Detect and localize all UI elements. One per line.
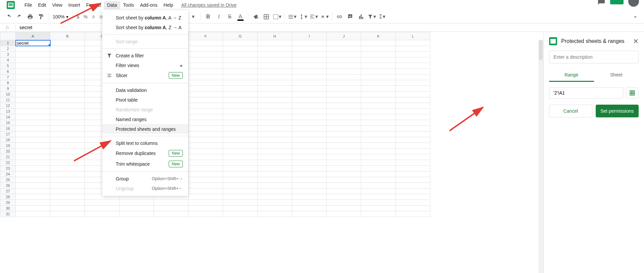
cell[interactable] — [292, 131, 327, 137]
cell[interactable] — [50, 69, 85, 74]
cell[interactable] — [16, 46, 50, 52]
cell[interactable] — [16, 171, 50, 177]
cell[interactable] — [258, 211, 292, 217]
menu-pivot-table[interactable]: Pivot table — [102, 95, 188, 105]
cell[interactable] — [361, 200, 396, 206]
cell[interactable] — [396, 131, 430, 137]
cell[interactable] — [50, 97, 85, 103]
cell[interactable] — [258, 177, 292, 183]
cell[interactable] — [361, 131, 396, 137]
user-avatar[interactable] — [628, 0, 639, 7]
cell[interactable] — [85, 211, 119, 217]
cell[interactable] — [223, 120, 258, 126]
cell[interactable] — [361, 183, 396, 188]
cell[interactable] — [16, 206, 50, 211]
row-header[interactable]: 10 — [0, 92, 16, 97]
cell[interactable] — [396, 194, 430, 200]
cell[interactable] — [50, 120, 85, 126]
cell[interactable] — [361, 103, 396, 109]
cell[interactable] — [258, 80, 292, 86]
cell[interactable] — [327, 188, 361, 194]
cell[interactable] — [327, 92, 361, 97]
cell[interactable] — [223, 52, 258, 57]
range-input[interactable] — [549, 87, 623, 99]
cell[interactable] — [50, 131, 85, 137]
cell[interactable] — [258, 92, 292, 97]
cell[interactable] — [223, 188, 258, 194]
borders-button[interactable] — [262, 12, 271, 21]
bold-button[interactable]: B — [204, 12, 213, 21]
cell[interactable] — [189, 74, 223, 80]
cell[interactable] — [292, 97, 327, 103]
cell[interactable] — [396, 120, 430, 126]
row-header[interactable]: 16 — [0, 126, 16, 131]
row-header[interactable]: 9 — [0, 86, 16, 92]
more-formats-dropdown[interactable]: ▾ — [189, 12, 198, 21]
strikethrough-button[interactable]: S — [225, 12, 234, 21]
tab-sheet[interactable]: Sheet — [594, 69, 639, 82]
cell[interactable] — [189, 149, 223, 154]
cell[interactable] — [258, 206, 292, 211]
cell[interactable] — [292, 177, 327, 183]
horizontal-align-button[interactable]: ▾ — [287, 12, 297, 21]
cell[interactable] — [258, 63, 292, 69]
cell[interactable] — [223, 211, 258, 217]
cell[interactable] — [396, 183, 430, 188]
cell[interactable] — [50, 200, 85, 206]
row-header[interactable]: 15 — [0, 120, 16, 126]
cell[interactable] — [189, 166, 223, 171]
cell[interactable] — [16, 143, 50, 149]
cell[interactable] — [223, 109, 258, 114]
cell[interactable] — [50, 114, 85, 120]
column-header[interactable]: G — [223, 32, 258, 40]
set-permissions-button[interactable]: Set permissions — [596, 105, 639, 117]
cell[interactable] — [327, 97, 361, 103]
cell[interactable] — [361, 154, 396, 160]
cell[interactable] — [223, 200, 258, 206]
cell[interactable] — [396, 109, 430, 114]
format-percent-button[interactable]: % — [82, 14, 89, 19]
vertical-scrollbar[interactable] — [538, 40, 543, 273]
text-rotate-button[interactable]: ▾ — [320, 12, 329, 21]
cell[interactable] — [396, 46, 430, 52]
cell[interactable] — [223, 206, 258, 211]
cell[interactable] — [292, 120, 327, 126]
cell[interactable] — [16, 97, 50, 103]
cell[interactable] — [258, 137, 292, 143]
cell[interactable] — [50, 160, 85, 166]
cell[interactable] — [189, 52, 223, 57]
cell[interactable] — [50, 57, 85, 63]
cell[interactable] — [258, 86, 292, 92]
cell[interactable] — [292, 69, 327, 74]
filter-button[interactable]: ▾ — [367, 12, 376, 21]
menu-format[interactable]: Format — [83, 1, 104, 9]
cell[interactable] — [16, 92, 50, 97]
row-header[interactable]: 2 — [0, 46, 16, 52]
menu-filter-views[interactable]: Filter views▸ — [102, 60, 188, 70]
menu-help[interactable]: Help — [161, 1, 176, 9]
comment-icon[interactable] — [597, 0, 605, 5]
cell[interactable] — [223, 126, 258, 131]
cell[interactable] — [189, 109, 223, 114]
cell[interactable] — [258, 46, 292, 52]
cell[interactable] — [223, 171, 258, 177]
cell[interactable] — [16, 63, 50, 69]
row-header[interactable]: 18 — [0, 137, 16, 143]
cell[interactable] — [189, 103, 223, 109]
cell[interactable] — [327, 52, 361, 57]
cell[interactable] — [396, 86, 430, 92]
cell[interactable] — [396, 206, 430, 211]
cell[interactable] — [50, 177, 85, 183]
cell[interactable] — [292, 154, 327, 160]
cell[interactable] — [361, 211, 396, 217]
cell[interactable] — [396, 57, 430, 63]
cell[interactable] — [16, 120, 50, 126]
cell[interactable] — [361, 143, 396, 149]
cell[interactable] — [16, 74, 50, 80]
menu-data[interactable]: Data — [104, 1, 120, 9]
cell[interactable] — [189, 63, 223, 69]
undo-button[interactable] — [4, 12, 13, 21]
cell[interactable] — [223, 103, 258, 109]
cell[interactable] — [361, 171, 396, 177]
cell[interactable] — [223, 86, 258, 92]
